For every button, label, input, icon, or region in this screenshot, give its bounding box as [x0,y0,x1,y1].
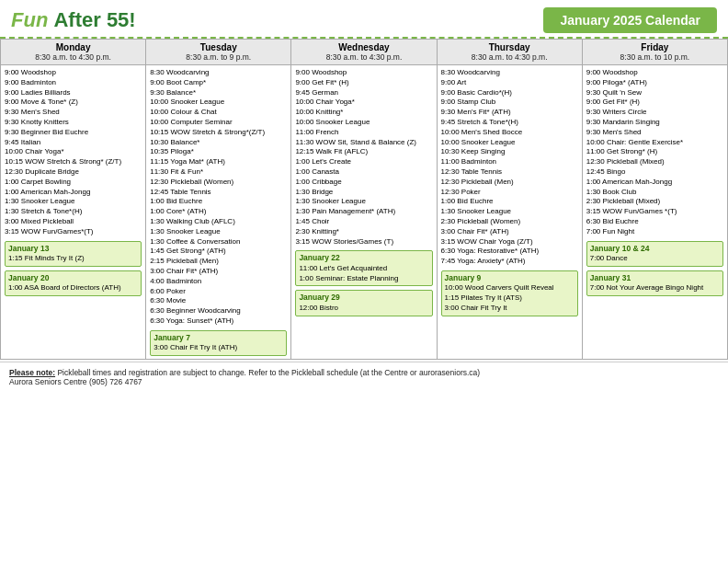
highlight-date: January 9 [445,273,574,283]
list-item: 6:30 Yoga: Sunset* (ATH) [150,316,287,327]
list-item: 12:30 Pickleball (Mixed) [586,157,723,167]
list-item: 10:00 Chair Yoga* [5,147,142,157]
list-item: 9:00 Get Fit* (H) [586,98,723,108]
list-item: 1:00 Cribbage [295,178,432,188]
col-header-monday: Monday8:30 a.m. to 4:30 p.m. [1,40,146,65]
note-label: Please note: [9,368,55,377]
list-item: 10:30 Balance* [150,138,287,148]
highlight-item: 1:00 Seminar: Estate Planning [299,274,428,284]
list-item: 4:00 Badminton [150,277,287,287]
list-item: 12:45 Table Tennis [150,188,287,198]
list-item: 9:00 Woodshop [586,68,723,78]
list-item: 1:00 Carpet Bowling [5,178,142,188]
list-item: 10:00 Knitting* [295,108,432,118]
col-body-tuesday: 8:30 Woodcarving9:00 Boot Camp*9:30 Bala… [146,65,291,360]
highlight-date: January 13 [8,244,138,254]
list-item: 9:00 Move & Tone* (Z) [5,98,142,108]
list-item: 8:30 Woodcarving [150,68,287,78]
highlight-item: 3:00 Chair Fit Try It (ATH) [154,343,283,353]
list-item: 1:30 Book Club [586,188,723,198]
col-header-tuesday: Tuesday8:30 a.m. to 9 p.m. [146,40,291,65]
list-item: 1:00 American Mah-Jongg [586,178,723,188]
list-item: 9:30 Quilt 'n Sew [586,88,723,98]
highlight-box: January 2912:00 Bistro [295,290,432,316]
list-item: 10:00 Snooker League [441,138,578,148]
list-item: 1:00 American Mah-Jongg [5,188,142,198]
highlight-box: January 131:15 Fit Minds Try It (Z) [5,241,142,267]
highlight-item: 1:15 Fit Minds Try It (Z) [8,254,138,264]
list-item: 1:30 Stretch & Tone*(H) [5,207,142,217]
highlight-box: January 910:00 Wood Carvers Quilt Reveal… [441,270,578,316]
list-item: 3:00 Mixed Pickleball [5,217,142,227]
list-item: 1:00 Bid Euchre [150,197,287,207]
list-item: 1:00 Canasta [295,167,432,178]
highlight-box: January 73:00 Chair Fit Try It (ATH) [150,330,287,356]
list-item: 1:00 Let's Create [295,157,432,167]
list-item: 10:15 WOW Stretch & Strong* (Z/T) [5,157,142,167]
list-item: 1:30 Snooker League [5,197,142,207]
list-item: 8:30 Woodcarving [441,68,578,78]
list-item: 6:00 Poker [150,287,287,297]
list-item: 9:00 Woodshop [295,68,432,78]
highlight-item: 11:00 Let's Get Acquainted [299,264,428,274]
list-item: 9:30 Knotty Knitters [5,118,142,128]
list-item: 2:30 Pickleball (Mixed) [586,197,723,207]
list-item: 3:15 WOW Fun/Games*(T) [5,227,142,237]
list-item: 9:30 Balance* [150,88,287,98]
note-text: Pickleball times and registration are su… [55,368,480,377]
list-item: 9:00 Get Fit* (H) [295,78,432,88]
col-header-wednesday: Wednesday8:30 a.m. to 4:30 p.m. [291,40,437,65]
highlight-date: January 22 [299,253,428,263]
list-item: 9:30 Men's Fit* (ATH) [441,108,578,118]
list-item: 2:30 Pickleball (Women) [441,217,578,227]
highlight-item: 7:00 Not Your Average Bingo Night [590,283,720,293]
list-item: 7:00 Fun Night [586,227,723,237]
list-item: 6:30 Movie [150,296,287,306]
list-item: 2:30 Knitting* [295,227,432,237]
list-item: 1:30 Snooker League [150,227,287,237]
highlight-box: January 2211:00 Let's Get Acquainted1:00… [295,250,432,286]
list-item: 1:45 Get Strong* (ATH) [150,247,287,257]
list-item: 6:30 Beginner Woodcarving [150,306,287,316]
list-item: 3:15 WOW Stories/Games (T) [295,237,432,247]
list-item: 10:00 Men's Shed Bocce [441,128,578,138]
list-item: 7:45 Yoga: Anxiety* (ATH) [441,257,578,267]
list-item: 10:30 Keep Singing [441,147,578,157]
col-body-thursday: 8:30 Woodcarving9:00 Art9:00 Basic Cardi… [437,65,582,360]
list-item: 9:30 Men's Shed [5,108,142,118]
list-item: 9:30 Writers Circle [586,108,723,118]
list-item: 3:00 Chair Fit* (ATH) [441,227,578,237]
highlight-item: 3:00 Chair Fit Try It [445,304,574,314]
list-item: 9:30 Mandarin Singing [586,118,723,128]
list-item: 11:00 French [295,128,432,138]
list-item: 9:00 Boot Camp* [150,78,287,88]
logo: Fun After 55! [11,8,136,32]
col-header-friday: Friday8:30 a.m. to 10 p.m. [582,40,727,65]
list-item: 10:35 Piloga* [150,147,287,157]
highlight-box: January 10 & 247:00 Dance [586,241,723,267]
list-item: 2:15 Pickleball (Men) [150,257,287,267]
highlight-item: 1:00 ASA Board of Directors (ATH) [8,283,138,293]
list-item: 9:00 Stamp Club [441,98,578,108]
highlight-date: January 31 [590,273,720,283]
list-item: 11:00 Badminton [441,157,578,167]
list-item: 6:30 Bid Euchre [586,217,723,227]
highlight-item: 7:00 Dance [590,254,720,264]
header: Fun After 55! January 2025 Calendar [0,0,728,39]
list-item: 9:30 Men's Shed [586,128,723,138]
col-body-wednesday: 9:00 Woodshop9:00 Get Fit* (H)9:45 Germa… [291,65,437,360]
list-item: 9:45 German [295,88,432,98]
list-item: 1:30 Pain Management* (ATH) [295,207,432,217]
list-item: 1:30 Coffee & Conversation [150,237,287,247]
list-item: 10:00 Snooker League [150,98,287,108]
list-item: 12:15 Walk Fit (AFLC) [295,147,432,157]
highlight-item: 1:15 Pilates Try It (ATS) [445,293,574,304]
logo-after: After 55! [53,8,135,31]
list-item: 12:45 Bingo [586,167,723,178]
highlight-box: January 317:00 Not Your Average Bingo Ni… [586,270,723,296]
col-header-thursday: Thursday8:30 a.m. to 4:30 p.m. [437,40,582,65]
footer: Please note: Pickleball times and regist… [0,362,728,392]
list-item: 9:00 Woodshop [5,68,142,78]
list-item: 10:00 Computer Seminar [150,118,287,128]
calendar-table: Monday8:30 a.m. to 4:30 p.m.Tuesday8:30 … [0,39,728,360]
